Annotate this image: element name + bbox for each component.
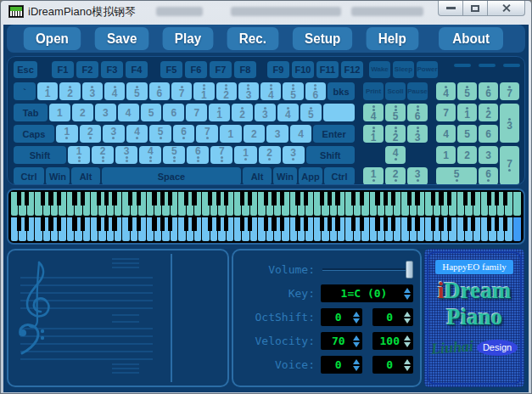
maximize-button[interactable] bbox=[463, 1, 488, 16]
piano-key-black[interactable] bbox=[41, 192, 45, 205]
menu-about-button[interactable]: About bbox=[439, 27, 503, 50]
piano-key-black[interactable] bbox=[48, 192, 53, 205]
spin-up-button[interactable] bbox=[353, 312, 360, 317]
piano-key-black[interactable] bbox=[192, 192, 196, 205]
piano-key-black[interactable] bbox=[391, 192, 395, 205]
piano-key-black[interactable] bbox=[72, 192, 76, 205]
key-f3[interactable]: F3 bbox=[101, 61, 123, 78]
piano-key-black[interactable] bbox=[17, 217, 21, 231]
piano-key-black[interactable] bbox=[48, 217, 53, 231]
key-shift[interactable]: Shift bbox=[306, 146, 355, 164]
piano-key-black[interactable] bbox=[328, 217, 332, 231]
key-note-6[interactable]: 6 bbox=[163, 104, 184, 121]
piano-key-black[interactable] bbox=[224, 192, 228, 205]
key-ctrl[interactable]: Ctrl bbox=[14, 167, 44, 185]
spin-down-button[interactable] bbox=[353, 342, 360, 347]
piano-key-black[interactable] bbox=[97, 192, 101, 205]
piano-key-black[interactable] bbox=[272, 217, 276, 231]
key-note-1-a1[interactable]: 1 bbox=[457, 104, 477, 121]
key-note-1-b1[interactable]: 1 bbox=[363, 167, 384, 185]
key-app[interactable]: App bbox=[299, 167, 322, 185]
menu-setup-button[interactable]: Setup bbox=[293, 27, 353, 50]
octshift-right-field[interactable]: 0 bbox=[372, 308, 414, 326]
key-note-2[interactable]: 2 bbox=[457, 146, 477, 164]
key-note-6[interactable]: 6 bbox=[479, 125, 498, 143]
piano-key-black[interactable] bbox=[447, 217, 451, 231]
key-note-5-a1[interactable]: 5 bbox=[300, 104, 322, 121]
key-backtick[interactable]: ` bbox=[14, 82, 36, 100]
piano-key-black[interactable] bbox=[208, 217, 212, 231]
key-note-4-b1[interactable]: 4 bbox=[126, 125, 148, 143]
piano-key-black[interactable] bbox=[351, 217, 356, 231]
piano-key-black[interactable] bbox=[360, 192, 364, 205]
piano-key-black[interactable] bbox=[192, 217, 196, 231]
key-f11[interactable]: F11 bbox=[316, 61, 339, 78]
piano-key-black[interactable] bbox=[168, 192, 172, 205]
piano-key-black[interactable] bbox=[384, 217, 388, 231]
key-note-1[interactable]: 1 bbox=[220, 125, 242, 143]
key-scoll[interactable]: Scoll bbox=[385, 82, 406, 100]
piano-key-black[interactable] bbox=[431, 217, 435, 231]
menu-save-button[interactable]: Save bbox=[95, 27, 149, 50]
key-note-6-b1[interactable]: 6 bbox=[173, 125, 195, 143]
piano-key-black[interactable] bbox=[112, 192, 116, 205]
key-note-3-a2[interactable]: 3 bbox=[238, 82, 259, 100]
key-caps[interactable]: Caps bbox=[14, 125, 54, 143]
key-note-6-b1[interactable]: 6 bbox=[479, 167, 498, 185]
key-note-7-b2[interactable]: 7 bbox=[210, 146, 232, 164]
spin-down-button[interactable] bbox=[404, 318, 411, 324]
key-f4[interactable]: F4 bbox=[126, 61, 148, 78]
piano-key-black[interactable] bbox=[184, 217, 188, 231]
key-note-1-a1[interactable]: 1 bbox=[209, 104, 230, 121]
spin-up-button[interactable] bbox=[404, 288, 411, 293]
piano-key-black[interactable] bbox=[295, 217, 300, 231]
piano-key-black[interactable] bbox=[152, 192, 156, 205]
key-note-1[interactable]: 1 bbox=[49, 104, 70, 121]
key-alt[interactable]: Alt bbox=[71, 167, 100, 185]
key-blank[interactable] bbox=[323, 104, 355, 121]
piano-key-black[interactable] bbox=[104, 192, 109, 205]
piano-key-black[interactable] bbox=[447, 192, 451, 205]
piano-key-black[interactable] bbox=[224, 217, 228, 231]
piano-key-black[interactable] bbox=[407, 217, 412, 231]
piano-key-black[interactable] bbox=[503, 192, 507, 205]
piano-key-black[interactable] bbox=[248, 192, 252, 205]
piano-key-black[interactable] bbox=[351, 192, 356, 205]
key-f12[interactable]: F12 bbox=[341, 61, 363, 78]
piano-key-black[interactable] bbox=[248, 217, 252, 231]
piano-key-black[interactable] bbox=[439, 192, 443, 205]
piano-key-black[interactable] bbox=[168, 217, 172, 231]
key-note-3[interactable]: 3 bbox=[95, 104, 116, 121]
key-note-2-a1[interactable]: 2 bbox=[232, 104, 253, 121]
spin-up-button[interactable] bbox=[353, 359, 360, 364]
key-enter[interactable]: Enter bbox=[313, 125, 355, 143]
piano-key-black[interactable] bbox=[280, 192, 284, 205]
piano-key-black[interactable] bbox=[335, 217, 339, 231]
key-esc[interactable]: Esc bbox=[14, 61, 37, 78]
piano-key-black[interactable] bbox=[97, 217, 101, 231]
key-note-4-a1[interactable]: 4 bbox=[436, 82, 456, 100]
spin-up-button[interactable] bbox=[404, 359, 411, 364]
volume-slider-thumb[interactable] bbox=[406, 261, 413, 279]
velocity-right-field[interactable]: 100 bbox=[372, 332, 414, 350]
piano-key-black[interactable] bbox=[320, 192, 324, 205]
octshift-left-field[interactable]: 0 bbox=[321, 308, 362, 326]
key-note-4[interactable]: 4 bbox=[290, 125, 312, 143]
piano-key-black[interactable] bbox=[72, 217, 76, 231]
key-note-7[interactable]: 7 bbox=[436, 104, 456, 121]
piano-key-black[interactable] bbox=[295, 192, 300, 205]
key-note-4-a2[interactable]: 4 bbox=[363, 104, 384, 121]
key-f1[interactable]: F1 bbox=[52, 61, 74, 78]
key-win[interactable]: Win bbox=[273, 167, 297, 185]
key-alt[interactable]: Alt bbox=[243, 167, 272, 185]
key-note-2-a2[interactable]: 2 bbox=[216, 82, 237, 100]
key-f10[interactable]: F10 bbox=[292, 61, 314, 78]
piano-key-white-highlighted[interactable] bbox=[513, 217, 521, 241]
piano-key-black[interactable] bbox=[375, 192, 379, 205]
piano-key-black[interactable] bbox=[471, 192, 475, 205]
key-print[interactable]: Print bbox=[363, 82, 384, 100]
key-note-6-a2[interactable]: 6 bbox=[305, 82, 326, 100]
key-space[interactable]: Space bbox=[102, 167, 241, 185]
key-note-4[interactable]: 4 bbox=[118, 104, 139, 121]
piano-key-black[interactable] bbox=[384, 192, 388, 205]
